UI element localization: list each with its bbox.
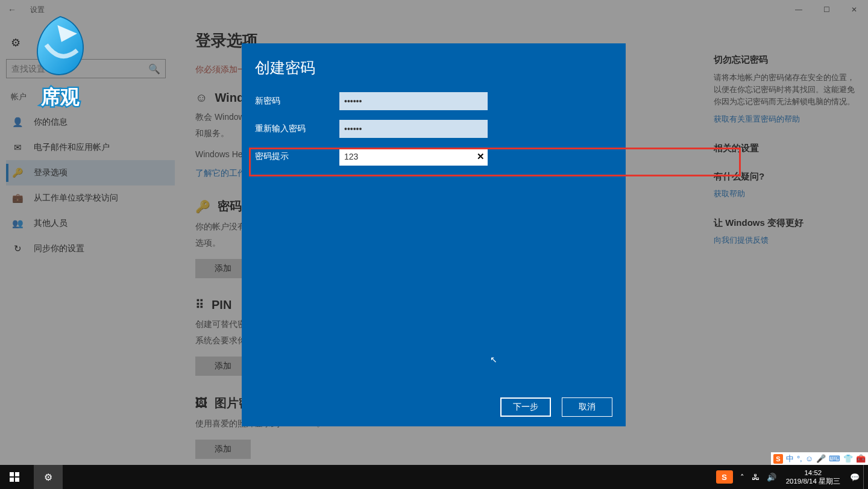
password-hint-input[interactable] [339, 148, 488, 166]
start-button[interactable] [0, 465, 29, 489]
create-password-dialog: 创建密码 新密码 重新输入密码 密码提示 ✕ ↖ 下一步 取消 [242, 43, 626, 426]
clear-hint-button[interactable]: ✕ [477, 151, 485, 162]
next-button[interactable]: 下一步 [500, 397, 551, 417]
sogou-icon[interactable]: S [773, 454, 783, 464]
taskbar-clock[interactable]: 14:52 2019/8/14 星期三 [780, 469, 846, 486]
action-center-icon[interactable]: 💬 [846, 473, 863, 482]
clock-date: 2019/8/14 星期三 [786, 477, 840, 485]
ime-emoji-icon[interactable]: ☺ [805, 454, 813, 463]
ime-punct-icon[interactable]: °, [797, 454, 802, 463]
svg-rect-3 [10, 478, 14, 482]
ime-toolbar[interactable]: S 中 °, ☺ 🎤 ⌨ 👕 🧰 [771, 452, 868, 465]
ime-toolbox-icon[interactable]: 🧰 [856, 454, 866, 463]
sogou-ime-button[interactable]: S [716, 470, 733, 484]
ime-skin-icon[interactable]: 👕 [843, 454, 853, 463]
new-password-input[interactable] [339, 92, 488, 110]
ime-lang-indicator[interactable]: 中 [786, 453, 794, 464]
new-password-label: 新密码 [255, 96, 339, 107]
watermark-logo: 席观 [27, 13, 94, 116]
confirm-password-input[interactable] [339, 120, 488, 138]
system-tray: S ˄ 🖧 🔊 14:52 2019/8/14 星期三 💬 [716, 465, 868, 489]
ime-voice-icon[interactable]: 🎤 [816, 454, 826, 463]
clock-time: 14:52 [786, 469, 840, 477]
svg-rect-2 [15, 472, 19, 476]
taskbar: ⚙ S ˄ 🖧 🔊 14:52 2019/8/14 星期三 💬 [0, 465, 868, 489]
password-hint-label: 密码提示 [255, 151, 339, 162]
dialog-title: 创建密码 [255, 58, 612, 78]
ime-keyboard-icon[interactable]: ⌨ [829, 454, 840, 463]
cursor-icon: ↖ [490, 355, 497, 364]
taskbar-settings-button[interactable]: ⚙ [34, 465, 63, 489]
show-desktop-button[interactable] [863, 465, 868, 489]
cancel-button[interactable]: 取消 [562, 397, 612, 417]
tray-overflow-icon[interactable]: ˄ [737, 473, 748, 482]
confirm-password-label: 重新输入密码 [255, 123, 339, 134]
svg-rect-1 [10, 472, 14, 476]
volume-icon[interactable]: 🔊 [763, 473, 780, 482]
svg-text:席观: 席观 [40, 86, 80, 108]
network-icon[interactable]: 🖧 [748, 473, 763, 482]
svg-rect-4 [15, 478, 19, 482]
